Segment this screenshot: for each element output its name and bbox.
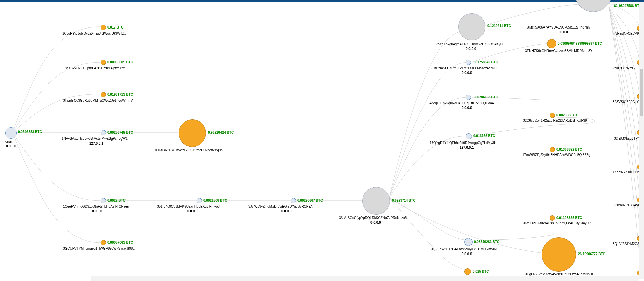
node-0193[interactable] (101, 92, 106, 97)
node-1219-ip: 0.0.0.0 (466, 47, 476, 51)
node-origin[interactable] (5, 127, 17, 139)
node-017[interactable] (101, 25, 106, 30)
app-top-bar (0, 0, 644, 2)
node-01758-ip: 0.0.0.0 (462, 71, 472, 75)
node-00784[interactable] (466, 95, 471, 100)
node-01758[interactable] (466, 60, 471, 65)
node-0022-ip: 0.0.0.0 (92, 209, 102, 213)
node-00057[interactable] (101, 240, 106, 245)
node-00290-amount: 0.00290667 BTC (297, 199, 323, 202)
node-01108-addr: 3Kx9H2LU3uW4Hs8Fo9oZfQ3tABCfyGmyQ7 (523, 221, 591, 225)
node-6923[interactable] (362, 187, 390, 215)
node-03546[interactable] (464, 238, 473, 246)
node-0962[interactable] (179, 119, 206, 147)
node-025[interactable] (464, 268, 471, 275)
node-017-amount: 0.017 BTC (107, 25, 123, 29)
node-00256-ip: 127.0.0.1 (89, 142, 103, 145)
node-017-addr: 1CyuPYj5JobjDv6zXmju3fGWuciUKfWTZb (62, 32, 126, 35)
node-01758-addr: 391tPzmSFCaRm96cLtY9BJFFMazoz4acNC (430, 66, 497, 70)
node-6198-addr: 3Kfcii5X86A7AYVU4G9Ck65b11aFin37nN (527, 25, 590, 29)
node-6198-ip: 0.0.0.0 (558, 30, 568, 34)
node-00256[interactable] (101, 130, 106, 135)
node-00290[interactable] (291, 198, 296, 203)
node-009-amount: 0.00900005 BTC (107, 60, 133, 64)
node-03089[interactable] (547, 39, 556, 48)
node-03089-addr: 3ENHZK9xGNRnAGvhzep3BAK1JDR6hte8Yt (525, 49, 593, 53)
node-00218-ip: 0.0.0.0 (187, 209, 198, 213)
node-01108[interactable] (550, 215, 555, 221)
node-03546-ip: 0.0.0.0 (462, 252, 472, 256)
node-0193-addr: 3HprihiCo3GbRg6uMMTuCWgZJe1n6uWmmA (63, 99, 133, 102)
node-origin-amount: 0.0506553 BTC (18, 130, 42, 134)
node-03546-addr: 3QV9nWtJTL95AFbfMv9oyFx512yDGBWiNE (431, 247, 499, 251)
vertical-scrollbar[interactable] (639, 2, 644, 279)
node-00218[interactable] (197, 198, 202, 203)
horizontal-scrollbar[interactable] (91, 276, 639, 281)
node-0962-addr: 1Fu3iBR2EMQWeYGi3XvrPmcPUkne8ZWj9h (154, 148, 223, 152)
node-2619[interactable] (542, 237, 576, 272)
node-0022-addr: 1CeePVnmoGD3xpDtnFtshLHqA2jNrCNeEr (63, 205, 129, 208)
node-03546-amount: 0.03546281 BTC (474, 240, 499, 244)
node-009[interactable] (101, 60, 106, 65)
node-03089-amount: 0.030896849999999997 BTC (558, 42, 602, 45)
node-0022-amount: 0.0022 BTC (107, 199, 126, 202)
node-002508-amount: 0.002508 BTC (556, 113, 578, 117)
node-002508[interactable] (550, 113, 555, 118)
node-00057-amount: 0.00057063 BTC (107, 241, 133, 244)
node-01363-amount: 0.01363892 BTC (556, 148, 582, 151)
node-01108-amount: 0.01108365 BTC (556, 216, 582, 220)
node-2619-amount: 26.19906777 BTC (578, 252, 605, 256)
node-0962-amount: 0.96228424 BTC (208, 131, 234, 134)
node-00218-amount: 0.0021808 BTC (203, 199, 227, 202)
node-1219[interactable] (458, 13, 485, 40)
node-025-amount: 0.025 BTC (473, 270, 489, 273)
node-01363-addr: 17mWSfZRj2Xyt9k3HHEAzoWDCFe5Qt56Zg (522, 153, 590, 157)
node-origin-addr: origin (5, 139, 13, 143)
node-6923-addr: 33tVoSGsGfypYpRQkRkKCZNoZzPRoNpza5 (339, 216, 407, 220)
node-00784-amount: 0.00784103 BTC (473, 95, 498, 99)
node-0193-amount: 0.01931713 BTC (107, 93, 133, 96)
node-00290-ip: 0.0.0.0 (281, 209, 292, 213)
node-01616-amount: 0.016165 BTC (473, 134, 495, 138)
node-002508-addr: 32C6c8v1vr1R2aLLjP2j2DfARgDsHKUF39 (523, 119, 587, 122)
node-00784-addr: 34qeqL9Eh2vqbRaD49HFqEtfGr2EUQCaa4 (428, 101, 494, 105)
node-00057-addr: 3GCUP7TYMncmgeg1HWGx6GcWkSvcwJt98L (63, 247, 135, 250)
node-01616[interactable] (466, 133, 472, 139)
node-6198[interactable] (575, 0, 612, 12)
node-00256-amount: 0.00256749 BTC (107, 131, 133, 134)
node-01616-addr: 17QYgR4YfoQEhhc2ff9R4vmgpGg7LdMy3L (430, 141, 496, 145)
node-009-addr: 18aX5xxHZCPLp8rPA2BJ1YtkT4jpfxfUYf (63, 66, 125, 70)
node-1219-addr: 35caYhxgu4gmA118SEhVv5icHKvVsS4KyD (436, 42, 503, 46)
node-origin-ip: 0.0.0.0 (6, 144, 16, 148)
node-00290-addr: 3JviWp9yZjnoMzDrb3jEGi9UYgJBvRCFYA (248, 205, 313, 208)
node-0022[interactable] (101, 198, 106, 203)
node-2619-addr: 3CgFR2StbMYcW4Vdn9GgSfzsxaA1aMNpHD (525, 272, 594, 276)
node-01363[interactable] (550, 147, 555, 152)
node-1219-amount: 0.1219211 BTC (487, 24, 511, 28)
node-01758-amount: 0.01758642 BTC (473, 60, 498, 64)
node-6923-amount: 0.6923714 BTC (392, 199, 416, 202)
node-01616-ip: 127.0.0.1 (460, 146, 474, 149)
node-00218-addr: 351rd4c9C8JLfAK9Ua7nHbbEXq6jPmvp8f (157, 205, 221, 208)
node-6198-amount: 61.98047586 BTC (614, 4, 642, 8)
node-6923-ip: 0.0.0.0 (370, 221, 381, 224)
node-00784-ip: 0.0.0.0 (462, 106, 472, 110)
node-00256-addr: 1NAvSAvxiHcq5w8SrVctzrMwZSgPchdgW1 (62, 137, 128, 140)
